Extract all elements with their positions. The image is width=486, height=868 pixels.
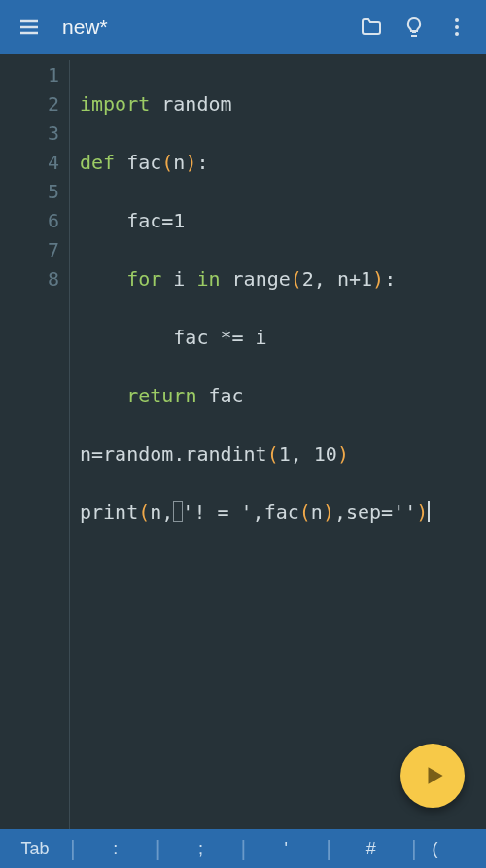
line-number: 7 [0, 235, 59, 264]
menu-icon[interactable] [8, 6, 51, 49]
code-area[interactable]: import random def fac(n): fac=1 for i in… [70, 60, 486, 829]
svg-point-5 [455, 32, 459, 36]
code-line: for i in range(2, n+1): [80, 264, 486, 294]
more-icon[interactable] [435, 6, 478, 49]
line-number: 4 [0, 148, 59, 177]
svg-point-3 [455, 18, 459, 22]
hash-key[interactable]: # [331, 829, 411, 868]
line-number: 3 [0, 119, 59, 148]
code-line: fac *= i [80, 323, 486, 352]
symbol-bar: Tab | : | ; | ' | # | ( [0, 829, 486, 868]
tab-key[interactable]: Tab [0, 829, 70, 868]
svg-point-4 [455, 25, 459, 29]
line-number: 6 [0, 206, 59, 235]
line-number: 1 [0, 60, 59, 89]
code-line: n=random.randint(1, 10) [80, 439, 486, 469]
lightbulb-icon[interactable] [393, 6, 435, 49]
line-gutter: 1 2 3 4 5 6 7 8 [0, 60, 70, 829]
file-title: new* [51, 16, 350, 39]
code-line: def fac(n): [80, 148, 486, 177]
code-line: fac=1 [80, 206, 486, 235]
colon-key[interactable]: : [76, 829, 156, 868]
code-editor[interactable]: 1 2 3 4 5 6 7 8 import random def fac(n)… [0, 54, 486, 829]
text-cursor [428, 501, 430, 522]
paren-key[interactable]: ( [417, 829, 446, 868]
code-line: print(n,'! = ',fac(n),sep='') [80, 498, 486, 527]
line-number: 5 [0, 177, 59, 206]
app-header: new* [0, 0, 486, 54]
line-number: 2 [0, 89, 59, 119]
code-line: import random [80, 89, 486, 119]
line-number: 8 [0, 264, 59, 294]
semicolon-key[interactable]: ; [160, 829, 240, 868]
quote-key[interactable]: ' [246, 829, 326, 868]
folder-icon[interactable] [350, 6, 393, 49]
code-line: return fac [80, 381, 486, 410]
run-button[interactable] [400, 744, 465, 808]
